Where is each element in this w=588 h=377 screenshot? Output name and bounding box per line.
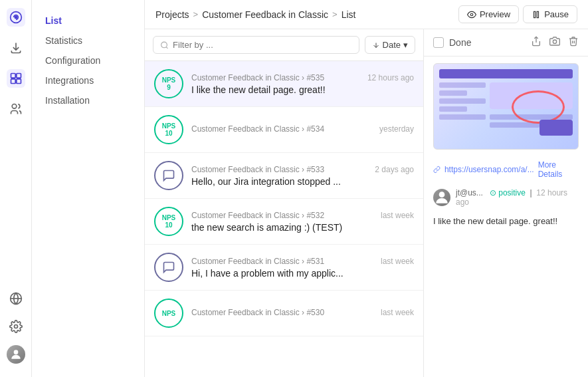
user-avatar — [433, 189, 450, 206]
detail-quote: I like the new detail page. great!! — [424, 212, 588, 233]
item-content: Customer Feedback in Classic › #534 yest… — [191, 124, 414, 136]
ss-box — [539, 120, 573, 136]
detail-screenshot — [433, 63, 579, 150]
item-source: Customer Feedback in Classic › #535 — [191, 73, 324, 82]
svg-rect-2 — [11, 74, 15, 78]
detail-url[interactable]: https://usersnap.com/a/... — [444, 165, 534, 174]
widget-icon[interactable] — [7, 69, 25, 88]
badge-top: NPS — [162, 214, 176, 221]
sort-chevron: ▾ — [403, 40, 408, 50]
item-source: Customer Feedback in Classic › #530 — [191, 308, 324, 317]
search-box[interactable] — [153, 36, 359, 54]
nps-badge: NPS 10 — [154, 207, 183, 236]
item-content: Customer Feedback in Classic › #535 12 h… — [191, 73, 414, 95]
sidebar-item-statistics[interactable]: Statistics — [32, 31, 144, 51]
svg-rect-12 — [534, 11, 536, 17]
item-text: Hello, our Jira integration stopped ... — [191, 176, 414, 187]
camera-icon[interactable] — [549, 36, 560, 49]
globe-icon[interactable] — [7, 289, 25, 308]
item-time: last week — [381, 308, 414, 317]
svg-point-1 — [15, 16, 17, 18]
item-content: Customer Feedback in Classic › #532 last… — [191, 211, 414, 233]
detail-panel: Done — [424, 29, 588, 377]
done-label: Done — [449, 37, 526, 48]
logo-icon[interactable] — [7, 8, 25, 27]
ss-line — [439, 106, 467, 112]
list-items: NPS 9 Customer Feedback in Classic › #53… — [145, 61, 423, 377]
svg-point-11 — [470, 13, 473, 16]
done-checkbox[interactable] — [433, 37, 444, 48]
sort-button[interactable]: Date ▾ — [365, 36, 415, 54]
sidebar-item-list[interactable]: List — [32, 11, 144, 31]
list-item[interactable]: Customer Feedback in Classic › #531 last… — [145, 245, 423, 291]
pause-button[interactable]: Pause — [523, 5, 577, 23]
message-badge — [154, 161, 183, 190]
user-info: jt@us... ⊙ positive | 12 hours ago — [456, 188, 579, 207]
list-item[interactable]: NPS 10 Customer Feedback in Classic › #5… — [145, 107, 423, 153]
preview-label: Preview — [480, 9, 510, 19]
list-item[interactable]: Customer Feedback in Classic › #533 2 da… — [145, 153, 423, 199]
sidebar-item-installation[interactable]: Installation — [32, 90, 144, 110]
list-item[interactable]: NPS 10 Customer Feedback in Classic › #5… — [145, 199, 423, 245]
link-icon — [433, 166, 441, 174]
ss-header — [439, 69, 573, 78]
ss-line — [439, 114, 486, 120]
user-handle: jt@us... — [456, 188, 483, 197]
trash-icon[interactable] — [568, 36, 579, 49]
user-avatar[interactable] — [7, 345, 25, 364]
list-panel: Date ▾ NPS 9 Customer Feedback in Classi… — [145, 29, 424, 377]
item-text: the new search is amazing :) (TEST) — [191, 222, 414, 233]
svg-rect-13 — [537, 11, 538, 17]
svg-rect-3 — [16, 74, 21, 78]
settings-icon[interactable] — [7, 317, 25, 336]
list-item[interactable]: NPS 9 Customer Feedback in Classic › #53… — [145, 61, 423, 107]
detail-user: jt@us... ⊙ positive | 12 hours ago — [424, 183, 588, 212]
svg-point-9 — [14, 325, 17, 328]
breadcrumb-current: List — [342, 9, 356, 20]
screenshot-inner — [434, 64, 578, 149]
nps-badge: NPS — [154, 299, 183, 328]
item-source: Customer Feedback in Classic › #534 — [191, 124, 324, 134]
item-meta: Customer Feedback in Classic › #532 last… — [191, 211, 414, 220]
sort-label: Date — [383, 40, 401, 50]
nps-badge: NPS 10 — [154, 115, 183, 144]
filter-bar: Date ▾ — [145, 29, 423, 61]
item-time: 2 days ago — [375, 165, 414, 174]
search-icon — [160, 41, 169, 50]
item-source: Customer Feedback in Classic › #531 — [191, 257, 324, 266]
download-icon[interactable] — [7, 39, 25, 57]
badge-top: NPS — [162, 310, 176, 317]
search-input[interactable] — [173, 40, 351, 50]
breadcrumb-sep-2: > — [332, 9, 338, 19]
pause-label: Pause — [544, 9, 569, 19]
breadcrumb-project-name[interactable]: Customer Feedback in Classic — [202, 9, 328, 20]
ss-highlight — [512, 90, 565, 124]
item-content: Customer Feedback in Classic › #530 last… — [191, 308, 414, 319]
sidebar-item-configuration[interactable]: Configuration — [32, 51, 144, 70]
icon-bar — [0, 0, 32, 377]
sidebar-item-integrations[interactable]: Integrations — [32, 70, 144, 90]
breadcrumb: Projects > Customer Feedback in Classic … — [155, 9, 355, 20]
message-icon — [162, 261, 175, 274]
detail-header: Done — [424, 29, 588, 57]
users-icon[interactable] — [7, 100, 25, 118]
preview-button[interactable]: Preview — [458, 5, 519, 23]
item-source: Customer Feedback in Classic › #532 — [191, 211, 324, 220]
item-meta: Customer Feedback in Classic › #531 last… — [191, 257, 414, 266]
badge-top: NPS — [162, 122, 176, 130]
badge-bottom: 10 — [165, 130, 172, 137]
list-item[interactable]: NPS Customer Feedback in Classic › #530 … — [145, 291, 423, 336]
item-meta: Customer Feedback in Classic › #535 12 h… — [191, 73, 414, 82]
more-details-link[interactable]: More Details — [538, 160, 579, 179]
pause-icon — [532, 10, 541, 19]
share-icon[interactable] — [531, 36, 541, 49]
detail-icons — [531, 36, 579, 49]
item-meta: Customer Feedback in Classic › #534 yest… — [191, 124, 414, 134]
ss-line — [439, 98, 486, 104]
item-text: I like the new detail page. great!! — [191, 84, 414, 95]
badge-bottom: 10 — [165, 221, 172, 229]
breadcrumb-projects[interactable]: Projects — [155, 9, 189, 20]
item-meta: Customer Feedback in Classic › #530 last… — [191, 308, 414, 317]
item-text: Hi, I have a problem with my applic... — [191, 268, 414, 279]
ss-line — [439, 82, 486, 88]
